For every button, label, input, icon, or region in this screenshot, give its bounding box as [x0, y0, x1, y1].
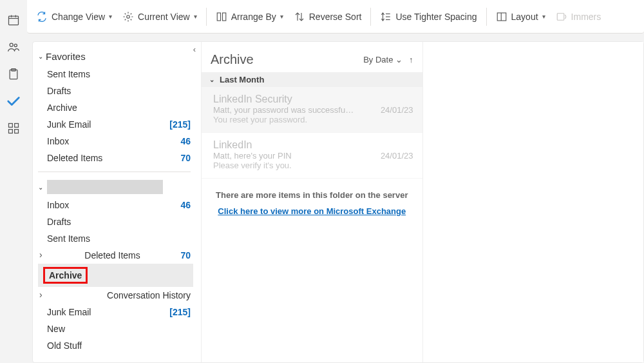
folder-item-selected[interactable]: Archive: [38, 264, 193, 287]
folder-item[interactable]: Drafts: [38, 213, 193, 230]
message-item[interactable]: LinkedInMatt, here's your PIN24/01/23Ple…: [202, 133, 422, 179]
folder-item[interactable]: Inbox46: [38, 197, 193, 213]
message-sender: LinkedIn: [213, 139, 413, 151]
reverse-sort-label: Reverse Sort: [309, 12, 362, 22]
svg-rect-11: [15, 130, 19, 133]
folder-name: Deleted Items: [84, 250, 140, 260]
folder-name: Old Stuff: [47, 340, 82, 351]
unread-count: 215: [169, 119, 191, 130]
folder-title: Archive: [211, 52, 254, 67]
separator: [370, 8, 371, 26]
calendar-icon[interactable]: [6, 13, 21, 27]
chevron-down-icon: ⌄: [38, 53, 43, 60]
immersive-label: Immers: [571, 12, 601, 22]
chevron-down-icon: ▾: [280, 13, 283, 20]
chevron-down-icon: ▾: [542, 13, 545, 20]
folder-item[interactable]: New: [38, 320, 193, 337]
folder-item[interactable]: Drafts: [38, 83, 193, 99]
folder-name: Drafts: [47, 217, 71, 227]
message-item[interactable]: LinkedIn SecurityMatt, your password was…: [202, 87, 422, 133]
collapse-pane-button[interactable]: ‹: [193, 44, 196, 54]
change-view-button[interactable]: Change View ▾: [36, 11, 112, 23]
folder-item[interactable]: Old Stuff: [38, 337, 193, 354]
sort-direction-button[interactable]: ↑: [409, 55, 413, 64]
unread-count: 70: [180, 250, 191, 260]
message-list: LinkedIn SecurityMatt, your password was…: [202, 87, 422, 179]
chevron-down-icon: ⌄: [209, 76, 214, 83]
message-preview: Please verify it's you.: [213, 161, 413, 170]
unread-count: 46: [180, 200, 191, 210]
sort-label: By Date: [363, 55, 393, 64]
svg-rect-10: [9, 130, 13, 133]
group-label: Last Month: [220, 75, 264, 84]
people-icon[interactable]: [6, 40, 21, 54]
svg-rect-8: [9, 124, 13, 128]
folder-item[interactable]: Conversation History: [38, 287, 193, 304]
folder-name: Archive: [49, 270, 82, 280]
svg-point-12: [127, 15, 130, 18]
folder-item[interactable]: Junk Email215: [38, 116, 193, 133]
arrange-by-label: Arrange By: [231, 12, 276, 22]
arrange-by-button[interactable]: Arrange By ▾: [216, 11, 283, 23]
folder-name: Deleted Items: [47, 153, 102, 163]
folder-item[interactable]: Deleted Items70: [38, 150, 193, 166]
message-subject-row: Matt, here's your PIN24/01/23: [213, 151, 413, 161]
svg-rect-0: [9, 16, 19, 25]
sort-by-button[interactable]: By Date ⌄: [363, 55, 402, 64]
separator: [486, 8, 487, 26]
folder-name: Sent Items: [47, 69, 90, 79]
reverse-sort-button[interactable]: Reverse Sort: [294, 11, 362, 23]
folder-name: Inbox: [47, 200, 69, 210]
svg-rect-23: [557, 13, 564, 20]
svg-rect-21: [497, 13, 506, 21]
view-more-link[interactable]: Click here to view more on Microsoft Exc…: [218, 206, 406, 216]
chevron-down-icon: ⌄: [38, 184, 43, 191]
favorites-header[interactable]: ⌄ Favorites: [38, 48, 193, 66]
tighter-spacing-button[interactable]: Use Tighter Spacing: [380, 11, 477, 23]
favorites-label: Favorites: [46, 51, 86, 62]
apps-icon[interactable]: [6, 121, 21, 135]
favorites-list: Sent ItemsDraftsArchiveJunk Email215Inbo…: [38, 66, 193, 166]
message-group-header[interactable]: ⌄ Last Month: [202, 72, 422, 87]
folder-item[interactable]: Deleted Items70: [38, 247, 193, 264]
account-header[interactable]: ⌄: [38, 177, 193, 197]
message-date: 24/01/23: [381, 105, 413, 115]
message-preview: You reset your password.: [213, 115, 413, 124]
message-subject-row: Matt, your password was successfu…24/01/…: [213, 105, 413, 115]
unread-count: 46: [180, 136, 191, 146]
reading-pane: [423, 42, 644, 362]
current-view-label: Current View: [138, 12, 190, 22]
unread-count: 70: [180, 153, 191, 163]
folder-item[interactable]: Sent Items: [38, 66, 193, 83]
folder-name: Junk Email: [47, 307, 91, 317]
folder-name: Conversation History: [107, 290, 191, 300]
message-subject: Matt, your password was successfu…: [213, 105, 354, 115]
folder-item[interactable]: Junk Email215: [38, 304, 193, 320]
folder-item[interactable]: Sent Items: [38, 230, 193, 247]
more-items-text: There are more items in this folder on t…: [214, 190, 410, 200]
folder-name: Junk Email: [47, 119, 91, 130]
separator: [206, 8, 207, 26]
current-view-button[interactable]: Current View ▾: [122, 11, 197, 23]
layout-button[interactable]: Layout ▾: [496, 11, 545, 23]
folder-name: Inbox: [47, 136, 69, 146]
layout-label: Layout: [511, 12, 538, 22]
folder-name: Archive: [47, 103, 77, 113]
account-folder-list: Inbox46DraftsSent ItemsDeleted Items70Ar…: [38, 197, 193, 354]
chevron-down-icon: ▾: [194, 13, 197, 20]
todo-icon[interactable]: [6, 94, 21, 108]
svg-point-4: [10, 43, 13, 46]
svg-rect-13: [217, 13, 220, 21]
tasks-icon[interactable]: [6, 67, 21, 81]
folder-item[interactable]: Archive: [38, 99, 193, 116]
message-subject: Matt, here's your PIN: [213, 151, 292, 161]
change-view-label: Change View: [52, 12, 105, 22]
unread-count: 215: [169, 307, 191, 317]
svg-rect-14: [222, 13, 225, 21]
folder-item[interactable]: Inbox46: [38, 133, 193, 150]
divider: [38, 172, 191, 172]
ribbon: Change View ▾ Current View ▾ Arrange By …: [27, 0, 644, 34]
chevron-down-icon: ▾: [109, 13, 112, 20]
immersive-button: Immers: [556, 11, 601, 23]
folder-name: Sent Items: [47, 233, 90, 244]
